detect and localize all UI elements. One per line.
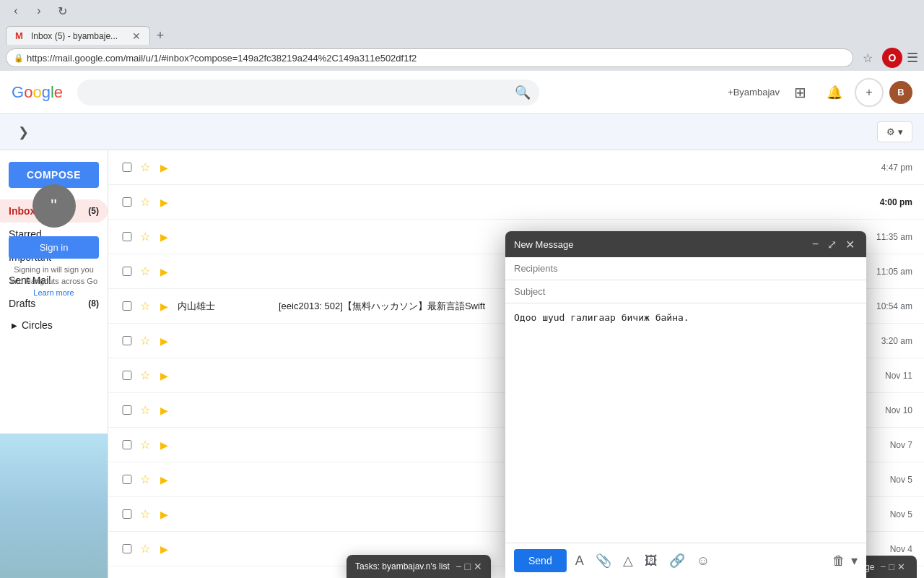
compose-close-button[interactable]: ✕	[842, 236, 858, 253]
hangouts-description: Signing in will sign you into Hangouts a…	[9, 264, 99, 287]
recipients-field[interactable]	[505, 257, 866, 280]
circles-triangle-icon: ▶	[12, 322, 17, 329]
google-drive-icon[interactable]: △	[620, 550, 636, 571]
table-row[interactable]: ☆ ▶ 4:47 pm	[108, 150, 924, 185]
search-input[interactable]	[86, 87, 515, 98]
important-icon: ▶	[160, 370, 175, 381]
settings-button[interactable]: ⚙ ▾	[877, 121, 912, 142]
row-checkbox[interactable]	[120, 509, 134, 519]
important-icon: ▶	[160, 439, 175, 451]
compose-window-title: New Message	[514, 239, 809, 250]
row-checkbox[interactable]	[120, 197, 134, 207]
important-icon: ▶	[160, 301, 175, 312]
tab-bar: M Inbox (5) - byambaje... ✕ +	[0, 22, 924, 45]
bookmark-star-icon[interactable]: ☆	[858, 48, 878, 67]
bottom-close-button[interactable]: ✕	[897, 561, 905, 572]
row-checkbox[interactable]	[120, 232, 134, 241]
row-checkbox[interactable]	[120, 267, 134, 276]
compose-body[interactable]	[505, 303, 866, 543]
email-time: 4:47 pm	[855, 163, 912, 173]
tasks-window-header: Tasks: byambajav.n's list − □ ✕	[346, 555, 491, 578]
active-tab[interactable]: M Inbox (5) - byambaje... ✕	[6, 26, 150, 45]
avatar[interactable]: B	[889, 81, 912, 104]
row-checkbox[interactable]	[120, 336, 134, 345]
sidebar: COMPOSE Inbox (5) Starred Important Sent…	[0, 150, 108, 578]
important-icon: ▶	[160, 162, 175, 173]
star-icon[interactable]: ☆	[140, 195, 154, 209]
insert-photo-icon[interactable]: 🖼	[642, 551, 661, 571]
sidebar-item-circles[interactable]: ▶ Circles	[0, 315, 108, 335]
tasks-window: Tasks: byambajav.n's list − □ ✕	[346, 555, 491, 578]
row-checkbox[interactable]	[120, 544, 134, 553]
forward-button[interactable]: ›	[29, 3, 49, 19]
collapse-sidebar-button[interactable]: ❯	[12, 121, 35, 144]
tab-title: Inbox (5) - byambaje...	[31, 31, 118, 41]
star-icon[interactable]: ☆	[140, 230, 154, 243]
more-options-icon[interactable]: ▾	[851, 553, 858, 569]
table-row[interactable]: ☆ ▶ 4:00 pm	[108, 185, 924, 220]
reload-button[interactable]: ↻	[52, 3, 72, 19]
compose-window: New Message − ⤢ ✕ Send A 📎 △ 🖼 🔗 ☺ 🗑 ▾	[505, 231, 866, 578]
star-icon[interactable]: ☆	[140, 160, 154, 174]
row-checkbox[interactable]	[120, 440, 134, 449]
important-icon: ▶	[160, 266, 175, 277]
row-checkbox[interactable]	[120, 475, 134, 484]
search-box[interactable]: 🔍	[77, 79, 539, 105]
browser-menu-icon[interactable]: ☰	[907, 50, 918, 66]
bottom-message-actions: − □ ✕	[881, 561, 905, 572]
bottom-minimize-button[interactable]: −	[881, 561, 886, 572]
tab-close-button[interactable]: ✕	[132, 30, 141, 42]
star-icon[interactable]: ☆	[140, 334, 154, 348]
star-icon[interactable]: ☆	[140, 473, 154, 486]
compose-window-header: New Message − ⤢ ✕	[505, 231, 866, 257]
important-icon: ▶	[160, 509, 175, 520]
star-icon[interactable]: ☆	[140, 542, 154, 556]
gear-icon: ⚙	[886, 126, 895, 137]
tasks-minimize-button[interactable]: −	[456, 561, 461, 572]
compose-minimize-button[interactable]: −	[809, 236, 821, 253]
subject-field[interactable]	[505, 280, 866, 303]
tasks-expand-button[interactable]: □	[465, 561, 471, 572]
compose-expand-button[interactable]: ⤢	[824, 236, 840, 253]
row-checkbox[interactable]	[120, 301, 134, 311]
delete-draft-icon[interactable]: 🗑	[832, 553, 845, 569]
star-icon[interactable]: ☆	[140, 403, 154, 417]
row-checkbox[interactable]	[120, 371, 134, 380]
row-checkbox[interactable]	[120, 405, 134, 415]
insert-link-icon[interactable]: 🔗	[666, 550, 688, 571]
tasks-actions: − □ ✕	[456, 561, 482, 572]
important-icon: ▶	[160, 405, 175, 416]
bottom-expand-button[interactable]: □	[889, 561, 894, 572]
star-icon[interactable]: ☆	[140, 264, 154, 278]
star-icon[interactable]: ☆	[140, 368, 154, 382]
search-icon[interactable]: 🔍	[515, 85, 531, 100]
hangouts-bubble: "	[32, 184, 76, 228]
recipients-input[interactable]	[514, 263, 858, 274]
attach-file-icon[interactable]: 📎	[593, 550, 614, 571]
share-button[interactable]: +	[855, 78, 884, 107]
send-button[interactable]: Send	[514, 549, 567, 572]
learn-more-link[interactable]: Learn more	[33, 288, 74, 297]
sign-in-button[interactable]: Sign in	[9, 236, 99, 259]
format-text-icon[interactable]: A	[572, 551, 587, 571]
back-button[interactable]: ‹	[6, 3, 26, 19]
emoji-icon[interactable]: ☺	[694, 551, 712, 571]
google-apps-button[interactable]: ⊞	[785, 78, 814, 107]
sidebar-content: COMPOSE Inbox (5) Starred Important Sent…	[0, 156, 108, 335]
star-icon[interactable]: ☆	[140, 507, 154, 521]
subject-input[interactable]	[514, 286, 858, 297]
address-bar[interactable]: 🔒 https://mail.google.com/mail/u/1/#inbo…	[6, 48, 853, 67]
tasks-close-button[interactable]: ✕	[474, 561, 482, 572]
secure-icon: 🔒	[14, 53, 24, 63]
sidebar-circles-label: Circles	[22, 319, 53, 331]
new-tab-button[interactable]: +	[150, 26, 170, 45]
user-name-button[interactable]: +Byambajav	[728, 87, 780, 98]
settings-dropdown-icon: ▾	[898, 126, 903, 137]
important-icon: ▶	[160, 543, 175, 555]
browser-titlebar: ‹ › ↻	[0, 0, 924, 22]
notifications-button[interactable]: 🔔	[820, 78, 849, 107]
star-icon[interactable]: ☆	[140, 299, 154, 313]
sidebar-background	[0, 434, 108, 578]
star-icon[interactable]: ☆	[140, 438, 154, 452]
row-checkbox[interactable]	[120, 163, 134, 172]
